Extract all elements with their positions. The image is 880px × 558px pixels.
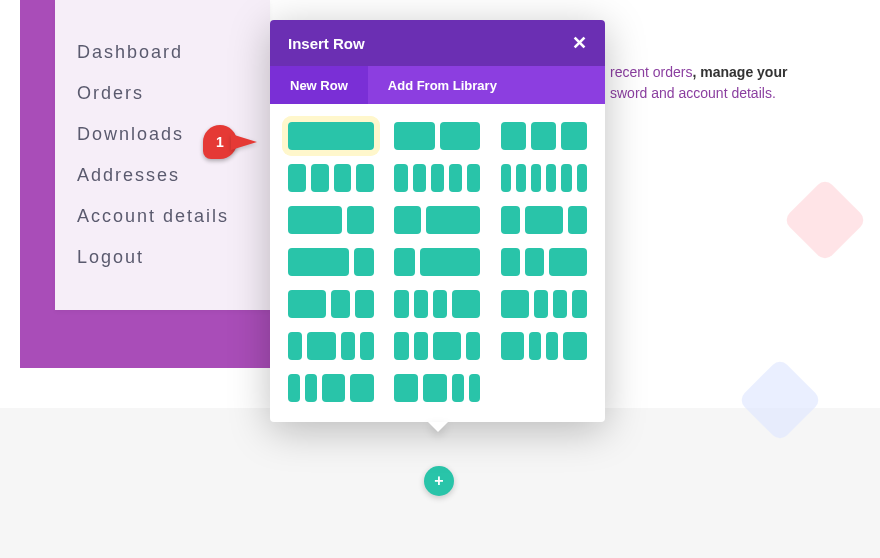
layout-column (288, 248, 349, 276)
modal-tail-icon (428, 422, 448, 432)
layout-column (572, 290, 586, 318)
layout-column (394, 206, 421, 234)
layout-column (561, 122, 586, 150)
insert-row-modal: Insert Row ✕ New Row Add From Library (270, 20, 605, 422)
layout-column (553, 290, 567, 318)
layout-option[interactable] (501, 290, 587, 318)
layout-option[interactable] (501, 206, 587, 234)
layout-column (501, 122, 526, 150)
close-icon[interactable]: ✕ (572, 32, 587, 54)
plus-icon: + (434, 472, 443, 490)
layout-column (414, 332, 428, 360)
layout-column (546, 332, 558, 360)
sidebar-item-label: Logout (77, 247, 144, 267)
layout-column (350, 374, 374, 402)
sidebar-item-account-details[interactable]: Account details (55, 196, 270, 237)
sidebar-item-label: Orders (77, 83, 144, 103)
layout-column (355, 290, 374, 318)
layout-column (322, 374, 346, 402)
layout-column (356, 164, 374, 192)
tab-label: New Row (290, 78, 348, 93)
layout-column (516, 164, 526, 192)
layout-column (501, 290, 529, 318)
layout-option[interactable] (288, 248, 374, 276)
layout-option[interactable] (394, 374, 480, 402)
layout-column (452, 290, 480, 318)
layout-column (426, 206, 480, 234)
layout-option[interactable] (288, 206, 374, 234)
layout-column (449, 164, 462, 192)
annotation-label: 1 (216, 134, 224, 150)
layout-column (394, 248, 414, 276)
annotation-marker: 1 (203, 125, 257, 159)
modal-body (270, 104, 605, 422)
layout-column (311, 164, 329, 192)
sidebar-item-dashboard[interactable]: Dashboard (55, 32, 270, 73)
layout-option[interactable] (288, 164, 374, 192)
layout-option[interactable] (288, 290, 374, 318)
layout-option[interactable] (501, 332, 587, 360)
layout-option[interactable] (394, 248, 480, 276)
layout-column (354, 248, 374, 276)
stage: recent orders, manage your sword and acc… (0, 0, 880, 558)
layout-column (568, 206, 587, 234)
layout-column (305, 374, 317, 402)
add-section-button[interactable]: + (424, 466, 454, 496)
sidebar-item-logout[interactable]: Logout (55, 237, 270, 278)
layout-column (394, 374, 418, 402)
layout-column (347, 206, 374, 234)
layout-column (433, 332, 461, 360)
layout-column (423, 374, 447, 402)
layout-column (413, 164, 426, 192)
layout-column (288, 206, 342, 234)
layout-column (334, 164, 352, 192)
layout-column (525, 206, 563, 234)
layout-column (394, 164, 407, 192)
layout-option[interactable] (501, 164, 587, 192)
layout-option[interactable] (501, 248, 587, 276)
layout-column (561, 164, 571, 192)
layout-column (529, 332, 541, 360)
layout-column (501, 248, 520, 276)
layout-column (531, 122, 556, 150)
sidebar-item-orders[interactable]: Orders (55, 73, 270, 114)
modal-tabs: New Row Add From Library (270, 66, 605, 104)
layout-column (394, 290, 408, 318)
layout-column (288, 374, 300, 402)
layout-column (431, 164, 444, 192)
layout-column (467, 164, 480, 192)
layout-column (433, 290, 447, 318)
blurb-recent-orders: recent orders (610, 64, 692, 80)
layout-column (525, 248, 544, 276)
layout-option[interactable] (501, 122, 587, 150)
layout-column (288, 332, 302, 360)
sidebar-item-label: Addresses (77, 165, 180, 185)
layout-option[interactable] (394, 206, 480, 234)
layout-option[interactable] (394, 290, 480, 318)
sidebar-item-label: Dashboard (77, 42, 183, 62)
layout-column (563, 332, 587, 360)
layout-option[interactable] (288, 374, 374, 402)
layout-column (394, 332, 408, 360)
layout-column (501, 206, 520, 234)
layout-option[interactable] (394, 332, 480, 360)
layout-column (360, 332, 374, 360)
tab-add-from-library[interactable]: Add From Library (368, 66, 517, 104)
layout-option[interactable] (394, 122, 480, 150)
layout-column (288, 164, 306, 192)
layout-option[interactable] (288, 122, 374, 150)
blurb-line2: sword and account details. (610, 85, 776, 101)
annotation-arrow-icon (231, 134, 257, 150)
sidebar-item-label: Account details (77, 206, 229, 226)
layout-column (534, 290, 548, 318)
blurb-manage: , manage your (692, 64, 787, 80)
modal-header: Insert Row ✕ (270, 20, 605, 66)
tab-new-row[interactable]: New Row (270, 66, 368, 104)
sidebar-item-addresses[interactable]: Addresses (55, 155, 270, 196)
layout-option[interactable] (394, 164, 480, 192)
layout-column (549, 248, 587, 276)
layout-option[interactable] (288, 332, 374, 360)
layout-column (420, 248, 481, 276)
layout-column (414, 290, 428, 318)
modal-title: Insert Row (288, 35, 365, 52)
